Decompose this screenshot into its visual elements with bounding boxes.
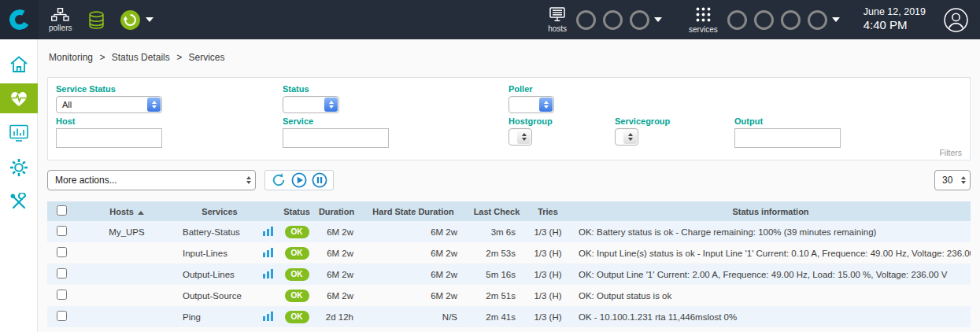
select-arrows-icon [623, 130, 637, 144]
sidebar-item-configuration[interactable] [0, 153, 38, 183]
status-badge: OK [285, 226, 309, 238]
current-date: June 12, 2019 [864, 6, 926, 19]
status-information-cell: OK: Output Line '1' Current: 2.00 A, Fre… [571, 264, 971, 285]
page-size-select[interactable]: 30 [934, 170, 971, 190]
pollers-label: pollers [49, 24, 72, 32]
host-filter-input[interactable] [56, 128, 162, 148]
breadcrumb-status-details[interactable]: Status Details [112, 52, 170, 63]
host-name-cell[interactable] [76, 242, 178, 264]
sidebar-item-home[interactable] [0, 49, 38, 79]
breadcrumb-separator: > [99, 52, 105, 63]
poller-select[interactable] [508, 96, 554, 113]
more-actions-select[interactable]: More actions... [47, 170, 256, 190]
sort-asc-icon [138, 211, 144, 215]
breadcrumb-monitoring[interactable]: Monitoring [49, 52, 93, 63]
services-menu[interactable]: services [689, 6, 718, 34]
centreon-logo[interactable] [0, 0, 39, 39]
poller-status-chevron-icon[interactable] [146, 17, 153, 22]
filter-panel: Service Status All Status Poller [47, 77, 971, 160]
header-last-check[interactable]: Last Check [468, 201, 525, 221]
row-checkbox[interactable] [57, 268, 67, 279]
refresh-button[interactable] [271, 172, 287, 188]
header-duration[interactable]: Duration [315, 201, 358, 221]
header-tries[interactable]: Tries [525, 201, 571, 221]
service-table-row: My_UPS Battery-Status OK 6M 2w 6M 2w 3m … [47, 221, 971, 242]
host-name-cell[interactable] [76, 285, 178, 306]
gear-icon [9, 158, 28, 177]
hostgroup-select[interactable] [508, 128, 532, 146]
header-hosts[interactable]: Hosts [76, 201, 178, 221]
service-status-select[interactable]: All [56, 96, 162, 113]
select-all-checkbox[interactable] [57, 205, 67, 216]
host-name-cell[interactable] [76, 264, 178, 285]
last-check-cell: 2m 53s [468, 242, 525, 264]
service-graph-icon[interactable] [263, 269, 273, 280]
poller-ok-status-icon[interactable] [120, 9, 141, 31]
status-badge: OK [285, 311, 309, 323]
service-name-cell[interactable]: Input-Lines [178, 242, 257, 264]
main-content: Monitoring > Status Details > Services S… [38, 39, 980, 332]
select-arrows-icon [324, 98, 338, 112]
output-filter-input[interactable] [734, 128, 841, 148]
counter-badge[interactable] [808, 10, 827, 30]
user-account-button[interactable] [943, 7, 969, 33]
servicegroup-label: Servicegroup [615, 116, 670, 126]
play-button[interactable] [291, 172, 307, 188]
sidebar-item-reporting[interactable] [0, 118, 38, 148]
host-label: Host [56, 116, 75, 126]
clock: June 12, 2019 4:40 PM [864, 6, 926, 33]
counter-badge[interactable] [781, 10, 801, 30]
monitoring-heart-icon [9, 89, 29, 108]
service-graph-icon[interactable] [263, 248, 273, 259]
row-checkbox[interactable] [57, 247, 67, 257]
last-check-cell: 2m 51s [468, 285, 525, 306]
play-icon [291, 172, 307, 188]
header-status-information[interactable]: Status information [571, 201, 971, 221]
row-checkbox[interactable] [57, 290, 67, 300]
tries-cell: 1/3 (H) [525, 221, 571, 242]
tries-cell: 1/3 (H) [525, 285, 571, 306]
host-name-cell[interactable]: My_UPS [76, 221, 178, 242]
status-select[interactable] [283, 96, 339, 113]
hard-state-duration-cell: 6M 2w [358, 285, 468, 306]
database-status-icon[interactable] [87, 11, 105, 29]
row-checkbox[interactable] [57, 311, 67, 321]
service-name-cell[interactable]: Output-Source [178, 285, 257, 306]
service-filter-input[interactable] [283, 128, 389, 148]
pause-button[interactable] [312, 172, 327, 188]
service-table-row: Output-Lines OK 6M 2w 6M 2w 5m 16s 1/3 (… [47, 264, 971, 285]
last-check-cell: 3m 6s [468, 221, 525, 242]
host-name-cell[interactable] [76, 306, 178, 327]
pollers-menu[interactable]: pollers [49, 8, 72, 32]
header-services[interactable]: Services [178, 201, 257, 221]
sidebar-item-monitoring[interactable] [0, 83, 38, 113]
hosts-counter-group: hosts [548, 7, 662, 33]
counter-badge[interactable] [576, 10, 596, 30]
counter-badge[interactable] [603, 10, 623, 30]
last-check-cell: 5m 16s [468, 264, 525, 285]
service-status-value: All [62, 100, 72, 109]
services-badges [727, 10, 827, 30]
status-information-cell: OK: Output status is ok [571, 285, 971, 306]
sidebar-item-administration[interactable] [0, 187, 38, 217]
counter-badge[interactable] [754, 10, 774, 30]
service-graph-icon[interactable] [263, 312, 273, 323]
hosts-badges [576, 10, 649, 30]
services-chevron-icon[interactable] [832, 17, 840, 22]
hosts-chevron-icon[interactable] [654, 17, 662, 22]
service-graph-icon[interactable] [263, 227, 273, 238]
row-checkbox[interactable] [57, 226, 67, 236]
breadcrumb-services[interactable]: Services [188, 52, 224, 63]
header-status[interactable]: Status [279, 201, 315, 221]
header-hard-state-duration[interactable]: Hard State Duration [358, 201, 468, 221]
services-label: services [689, 25, 718, 34]
hosts-menu[interactable]: hosts [548, 7, 567, 33]
service-name-cell[interactable]: Output-Lines [178, 264, 257, 285]
table-toolbar: More actions... [47, 170, 971, 192]
current-time: 4:40 PM [864, 18, 926, 33]
service-name-cell[interactable]: Battery-Status [178, 221, 257, 242]
counter-badge[interactable] [630, 10, 649, 30]
counter-badge[interactable] [727, 10, 747, 30]
servicegroup-select[interactable] [615, 128, 638, 146]
service-name-cell[interactable]: Ping [178, 306, 257, 327]
